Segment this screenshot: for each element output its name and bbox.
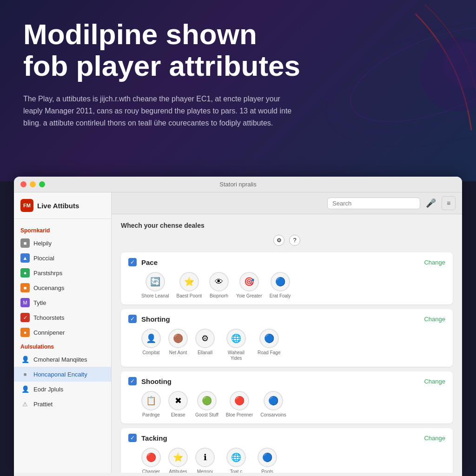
tacking-title: Tacking <box>141 434 167 442</box>
pace-icon-1-label: Baest Poont <box>177 293 202 299</box>
pace-title: Pace <box>141 258 158 266</box>
tacking-icon-3[interactable]: 🌐 Toat c Ounnles <box>222 448 250 473</box>
shooting-card-left: ✓ Shooting <box>128 377 172 385</box>
sidebar-item-tytle-label: Tytle <box>33 299 46 306</box>
pace-icon-1[interactable]: ⭐ Baest Poont <box>177 272 202 299</box>
sidebar-section-1-label: Spornkarid <box>14 224 111 236</box>
sidebar-item-parstshrps[interactable]: ● Parstshrps <box>14 265 111 280</box>
shooting-icon-4[interactable]: 🔵 Consarvoins <box>260 391 286 418</box>
shorting-icon-3[interactable]: 🌐 Waheail Yides <box>222 329 250 361</box>
sidebar: FM Live Attibuts Spornkarid ■ Helpily ▲ … <box>14 192 112 473</box>
parstshrps-icon: ● <box>20 268 30 278</box>
shorting-card-header: ✓ Shorting Change <box>128 315 445 323</box>
settings-icon[interactable]: ⚙ <box>273 235 284 246</box>
pace-icon-3-label: Yoie Greater <box>236 293 262 299</box>
sidebar-item-ploccial[interactable]: ▲ Ploccial <box>14 251 111 265</box>
shorting-change-button[interactable]: Change <box>424 316 445 323</box>
shorting-icon-1[interactable]: 🟤 Net Aont <box>168 329 188 361</box>
oucenangs-icon: ■ <box>20 283 30 292</box>
pace-checkbox[interactable]: ✓ <box>128 258 137 266</box>
sidebar-item-tchoorstets[interactable]: ✓ Tchoorstets <box>14 310 111 325</box>
titlebar: Statori npralis <box>14 177 462 192</box>
search-input[interactable] <box>332 200 415 207</box>
shooting-icon-2-circle: 🟢 <box>197 391 217 410</box>
sidebar-item-prattiet[interactable]: ⚠ Prattiet <box>14 397 111 411</box>
shooting-change-button[interactable]: Change <box>424 378 445 385</box>
close-button[interactable] <box>20 181 26 187</box>
tacking-icon-3-label: Toat c Ounnles <box>222 469 250 473</box>
app-title: Live Attibuts <box>37 202 79 210</box>
tacking-icons-row: 🔴 Changer ⭐ Attibutes ℹ Merrory 🌐 <box>128 448 445 473</box>
sidebar-item-cmoheral[interactable]: 👤 Cmoheral Manqiites <box>14 352 111 367</box>
sidebar-item-eodr[interactable]: 👤 Eodr Jpluls <box>14 382 111 397</box>
shooting-icon-0[interactable]: 📋 Pardnge <box>141 391 161 418</box>
tacking-icon-4[interactable]: 🔵 Poots <box>258 448 277 473</box>
shorting-icon-4[interactable]: 🔵 Road Fage <box>258 329 280 361</box>
cmoheral-icon: 👤 <box>20 355 30 364</box>
pace-icons-row: 🔄 Shore Leanal ⭐ Baest Poont 👁 Biopnorh <box>128 272 445 299</box>
shooting-icon-2[interactable]: 🟢 Goost Stuff <box>195 391 218 418</box>
microphone-button[interactable]: 🎤 <box>424 196 438 210</box>
eodr-icon: 👤 <box>20 384 30 394</box>
shorting-icon-0-circle: 👤 <box>141 329 161 348</box>
shorting-icon-0[interactable]: 👤 Conpitat <box>141 329 161 361</box>
pace-card-header: ✓ Pace Change <box>128 258 445 266</box>
shorting-card: ✓ Shorting Change 👤 Conpitat 🟤 Net Aont <box>121 309 453 367</box>
app-logo: FM <box>20 199 33 212</box>
sidebar-section-2-label: Aulsulations <box>14 340 111 352</box>
tacking-icon-0-label: Changer <box>142 469 160 473</box>
tacking-icon-1-label: Attibutes <box>169 469 187 473</box>
shorting-icon-3-label: Waheail Yides <box>222 350 250 361</box>
pace-icon-0-label: Shore Leanal <box>141 293 169 299</box>
pace-change-button[interactable]: Change <box>424 259 445 266</box>
shooting-icon-3-circle: 🔴 <box>230 391 249 410</box>
shooting-checkbox[interactable]: ✓ <box>128 377 137 385</box>
shorting-card-left: ✓ Shorting <box>128 315 170 323</box>
sidebar-item-helpily[interactable]: ■ Helpily <box>14 236 111 251</box>
tacking-icon-0[interactable]: 🔴 Changer <box>141 448 161 473</box>
help-icon[interactable]: ? <box>289 235 300 246</box>
pace-icon-0-circle: 🔄 <box>145 272 165 291</box>
ploccial-icon: ▲ <box>20 253 30 263</box>
tacking-change-button[interactable]: Change <box>424 435 445 442</box>
tacking-card-header: ✓ Tacking Change <box>128 434 445 442</box>
sidebar-item-honcaponal-label: Honcaponal Encalty <box>33 371 87 378</box>
sidebar-item-honcaponal[interactable]: ■ Honcaponal Encalty <box>14 367 111 382</box>
content-subtitle: Whech your chense deales <box>121 222 453 229</box>
tchoorstets-icon: ✓ <box>20 313 30 322</box>
window-title: Statori npralis <box>219 181 256 188</box>
pace-icon-0[interactable]: 🔄 Shore Leanal <box>141 272 169 299</box>
sidebar-item-oucenangs[interactable]: ■ Oucenangs <box>14 280 111 295</box>
maximize-button[interactable] <box>39 181 45 187</box>
tacking-checkbox[interactable]: ✓ <box>128 434 137 442</box>
shorting-icon-1-circle: 🟤 <box>168 329 188 348</box>
pace-icon-2[interactable]: 👁 Biopnorh <box>209 272 229 299</box>
honcaponal-icon: ■ <box>20 370 30 379</box>
shorting-icon-2[interactable]: ⚙ Ellanall <box>195 329 215 361</box>
main-content: 🎤 ≡ Whech your chense deales ⚙ ? ✓ Pace <box>112 192 462 473</box>
sidebar-item-tytle[interactable]: M Tytle <box>14 295 111 310</box>
app-window: Statori npralis FM Live Attibuts Spornka… <box>14 177 462 476</box>
sidebar-item-tchoorstets-label: Tchoorstets <box>33 314 64 321</box>
tacking-icon-3-circle: 🌐 <box>226 448 246 467</box>
app-header: FM Live Attibuts <box>14 199 111 219</box>
tacking-icon-2[interactable]: ℹ Merrory <box>195 448 215 473</box>
hero-description: The Play, a uttibutes is jijch.r.wth che… <box>23 93 293 129</box>
sidebar-item-parstshrps-label: Parstshrps <box>33 270 62 277</box>
shooting-icon-3[interactable]: 🔴 Bloe Prenner <box>226 391 253 418</box>
shorting-icons-row: 👤 Conpitat 🟤 Net Aont ⚙ Ellanall 🌐 <box>128 329 445 361</box>
shorting-checkbox[interactable]: ✓ <box>128 315 137 323</box>
hero-bg-decoration <box>276 0 476 181</box>
menu-button[interactable]: ≡ <box>442 196 456 210</box>
pace-icon-3[interactable]: 🎯 Yoie Greater <box>236 272 262 299</box>
shooting-icon-1[interactable]: ✖ Elease <box>168 391 188 418</box>
tacking-icon-1[interactable]: ⭐ Attibutes <box>168 448 188 473</box>
app-body: FM Live Attibuts Spornkarid ■ Helpily ▲ … <box>14 192 462 473</box>
tacking-icon-4-label: Poots <box>261 469 273 473</box>
shorting-icon-1-label: Net Aont <box>169 350 187 356</box>
pace-icon-4[interactable]: 🔵 Erat Foaly <box>270 272 291 299</box>
minimize-button[interactable] <box>30 181 36 187</box>
shorting-title: Shorting <box>141 315 170 323</box>
shooting-title: Shooting <box>141 377 172 385</box>
sidebar-item-connipener[interactable]: ● Connipener <box>14 325 111 340</box>
